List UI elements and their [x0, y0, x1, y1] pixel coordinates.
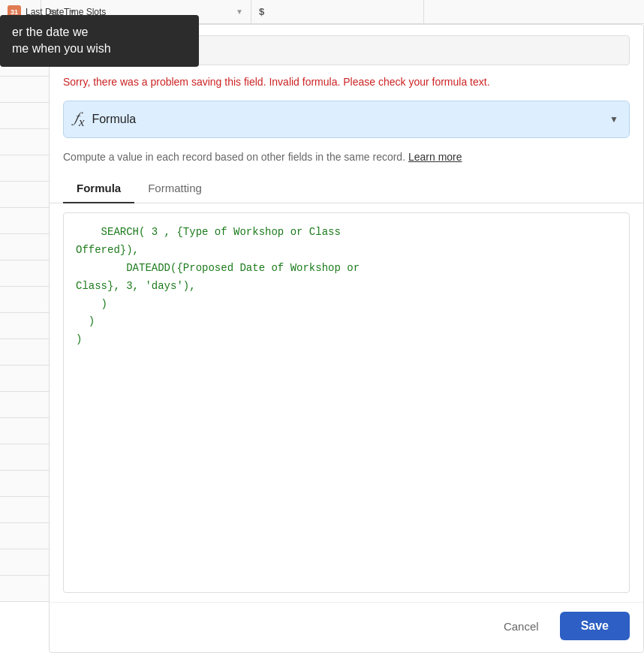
row-line-17 [0, 444, 53, 471]
code-line-6: ) [76, 313, 617, 331]
tabs-row: Formula Formatting [50, 165, 643, 203]
row-line-16 [0, 418, 53, 444]
field-config-modal: Sorry, there was a problem saving this f… [49, 24, 644, 653]
row-line-6 [0, 155, 53, 182]
row-line-9 [0, 234, 53, 260]
code-line-3: DATEADD({Proposed Date of Workshop or [76, 260, 617, 278]
row-line-7 [0, 182, 53, 208]
learn-more-link[interactable]: Learn more [408, 151, 462, 163]
row-line-15 [0, 392, 53, 418]
code-line-5: ) [76, 296, 617, 314]
row-line-22 [0, 576, 53, 602]
row-line-5 [0, 129, 53, 155]
code-line-1: SEARCH( 3 , {Type of Workshop or Class [76, 224, 617, 242]
formula-dropdown-arrow: ▼ [609, 114, 618, 125]
row-line-3 [0, 77, 53, 103]
row-line-12 [0, 313, 53, 339]
tooltip: er the date we me when you wish [0, 15, 199, 67]
row-line-21 [0, 549, 53, 576]
row-line-18 [0, 471, 53, 497]
formula-type-label: Formula [92, 113, 602, 126]
error-message: Sorry, there was a problem saving this f… [50, 65, 643, 96]
tab-formatting[interactable]: Formatting [134, 176, 215, 203]
row-line-8 [0, 208, 53, 234]
row-line-13 [0, 339, 53, 366]
tooltip-line2: me when you wish [12, 41, 187, 57]
code-line-7: ) [76, 331, 617, 349]
row-line-14 [0, 366, 53, 392]
header-cell-price: $ [251, 0, 424, 23]
price-icon: $ [259, 6, 264, 17]
row-lines [0, 24, 53, 602]
cancel-button[interactable]: Cancel [495, 614, 548, 639]
tab-formula[interactable]: Formula [63, 176, 134, 203]
row-line-19 [0, 497, 53, 523]
row-line-10 [0, 260, 53, 287]
code-editor[interactable]: SEARCH( 3 , {Type of Workshop or Class O… [63, 212, 630, 593]
description-copy: Compute a value in each record based on … [63, 151, 405, 163]
row-line-11 [0, 287, 53, 313]
time-slots-dropdown-arrow[interactable]: ▼ [236, 8, 243, 16]
row-line-4 [0, 103, 53, 129]
save-button[interactable]: Save [560, 612, 630, 640]
row-line-20 [0, 523, 53, 549]
code-line-2: Offered}), [76, 242, 617, 260]
formula-type-selector[interactable]: 𝑓x Formula ▼ [63, 101, 630, 138]
formula-fx-icon: 𝑓x [74, 109, 84, 130]
code-line-4: Class}, 3, 'days'), [76, 278, 617, 296]
action-bar: Cancel Save [50, 602, 643, 652]
description-text: Compute a value in each record based on … [50, 138, 643, 165]
tooltip-line1: er the date we [12, 24, 187, 41]
